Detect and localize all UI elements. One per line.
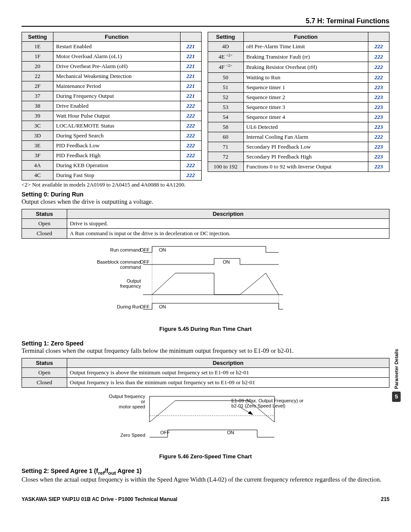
table-row: 38Drive Enabled222 bbox=[22, 101, 202, 111]
footer-left: YASKAWA SIEP YAIP1U 01B AC Drive - P1000… bbox=[22, 496, 177, 502]
setting1-heading: Setting 1: Zero Speed bbox=[22, 340, 389, 347]
label-baseblock: Baseblock command bbox=[97, 259, 141, 264]
table-row: 4ADuring KEB Operation222 bbox=[22, 161, 202, 171]
page-footer: YASKAWA SIEP YAIP1U 01B AC Drive - P1000… bbox=[22, 496, 389, 502]
cell-setting: 72 bbox=[208, 152, 243, 162]
table-row: 60Internal Cooling Fan Alarm222 bbox=[208, 132, 389, 142]
cell-setting: 58 bbox=[208, 122, 243, 132]
setting0-heading: Setting 0: During Run bbox=[22, 191, 389, 198]
settings-table-left: Setting Function 1ERestart Enabled2211FM… bbox=[22, 32, 202, 180]
table-row: 4F <2>Braking Resistor Overheat (rH)222 bbox=[208, 62, 389, 72]
cell-function: Waiting to Run bbox=[243, 72, 368, 82]
cell-page: 222 bbox=[180, 141, 201, 151]
label-frequency: frequency bbox=[120, 283, 141, 289]
cell-setting: 3C bbox=[22, 121, 53, 131]
label-on: ON bbox=[227, 430, 234, 435]
cell-function: Functions 0 to 92 with Inverse Output bbox=[243, 162, 368, 171]
table-row: 3DDuring Speed Search222 bbox=[22, 131, 202, 141]
settings-table-right: Setting Function 4DoH Pre-Alarm Time Lim… bbox=[208, 32, 389, 172]
cell-page: 221 bbox=[180, 81, 201, 91]
footer-right: 215 bbox=[381, 496, 389, 502]
settings-tables-row: Setting Function 1ERestart Enabled2211FM… bbox=[22, 32, 389, 180]
cell-page: 223 bbox=[368, 112, 389, 122]
cell-page: 221 bbox=[180, 42, 201, 52]
cell-setting: 4D bbox=[208, 42, 243, 52]
cell-function: Secondary PI Feedback High bbox=[243, 152, 368, 162]
col-desc: Description bbox=[67, 209, 389, 219]
table-row: 3EPID Feedback Low222 bbox=[22, 141, 202, 151]
col-function: Function bbox=[53, 32, 181, 42]
figure-5-46-caption: Figure 5.46 Zero-Speed Time Chart bbox=[22, 453, 389, 460]
cell-setting: 4C bbox=[22, 171, 53, 180]
table-row: 4DoH Pre-Alarm Time Limit222 bbox=[208, 42, 389, 52]
cell-function: Internal Cooling Fan Alarm bbox=[243, 132, 368, 142]
cell-page: 223 bbox=[368, 102, 389, 112]
cell-function: Sequence timer 2 bbox=[243, 92, 368, 102]
label-on: ON bbox=[159, 247, 166, 252]
label-motor-speed: motor speed bbox=[119, 404, 145, 409]
cell-status: Open bbox=[22, 368, 67, 378]
cell-function: During KEB Operation bbox=[53, 161, 181, 171]
label-output-frequency: Output frequency bbox=[109, 394, 146, 399]
cell-function: Drive Enabled bbox=[53, 101, 181, 111]
cell-function: Sequence timer 1 bbox=[243, 82, 368, 92]
svg-marker-5 bbox=[248, 411, 253, 415]
cell-page: 223 bbox=[368, 142, 389, 152]
setting2-body: Closes when the actual output frequency … bbox=[22, 476, 389, 483]
table-row: 39Watt Hour Pulse Output222 bbox=[22, 111, 202, 121]
cell-status: Closed bbox=[22, 229, 67, 239]
cell-page: 222 bbox=[180, 111, 201, 121]
cell-function: Sequence timer 3 bbox=[243, 102, 368, 112]
side-tab-number: 5 bbox=[392, 392, 401, 402]
cell-page: 222 bbox=[368, 42, 389, 52]
setting2-heading: Setting 2: Speed Agree 1 (fref/fout Agre… bbox=[22, 467, 389, 476]
table-row: OpenOutput frequency is above the minimu… bbox=[22, 368, 389, 378]
cell-setting: 53 bbox=[208, 102, 243, 112]
label-on: ON bbox=[223, 259, 230, 264]
cell-function: Restart Enabled bbox=[53, 42, 181, 52]
table-row: 2FMaintenance Period221 bbox=[22, 81, 202, 91]
cell-setting: 4A bbox=[22, 161, 53, 171]
setting1-status-table: Status Description OpenOutput frequency … bbox=[22, 358, 389, 388]
label-b2-01-note: b2-01 (Zero Speed Level) bbox=[231, 403, 285, 408]
label-off: OFF bbox=[140, 304, 149, 309]
cell-setting: 37 bbox=[22, 91, 53, 101]
cell-function: PID Feedback High bbox=[53, 151, 181, 161]
cell-function: LOCAL/REMOTE Status bbox=[53, 121, 181, 131]
cell-function: Secondary PI Feedback Low bbox=[243, 142, 368, 152]
table-row: 58UL6 Detected223 bbox=[208, 122, 389, 132]
table-row: 100 to 192Functions 0 to 92 with Inverse… bbox=[208, 162, 389, 171]
cell-setting: 3E bbox=[22, 141, 53, 151]
cell-page: 222 bbox=[180, 121, 201, 131]
cell-page: 221 bbox=[180, 52, 201, 62]
table-row: 1FMotor Overload Alarm (oL1)221 bbox=[22, 52, 202, 62]
table-row: 50Waiting to Run222 bbox=[208, 72, 389, 82]
section-header: 5.7 H: Terminal Functions bbox=[22, 17, 389, 27]
table-row: 22Mechanical Weakening Detection221 bbox=[22, 72, 202, 81]
cell-function: During Frequency Output bbox=[53, 91, 181, 101]
cell-function: Sequence timer 4 bbox=[243, 112, 368, 122]
cell-function: During Fast Stop bbox=[53, 171, 181, 180]
cell-page: 223 bbox=[368, 152, 389, 162]
table-row: 54Sequence timer 4223 bbox=[208, 112, 389, 122]
table-row: 20Drive Overheat Pre-Alarm (oH)221 bbox=[22, 62, 202, 72]
cell-setting: 52 bbox=[208, 92, 243, 102]
col-status: Status bbox=[22, 209, 67, 219]
col-page bbox=[180, 32, 201, 42]
label-output: Output bbox=[127, 278, 141, 283]
label-off: OFF bbox=[160, 430, 170, 435]
cell-function: Mechanical Weakening Detection bbox=[53, 72, 181, 81]
table-row: 4CDuring Fast Stop222 bbox=[22, 171, 202, 180]
table-row: 71Secondary PI Feedback Low223 bbox=[208, 142, 389, 152]
table-row: 37During Frequency Output221 bbox=[22, 91, 202, 101]
cell-status: Open bbox=[22, 219, 67, 229]
cell-page: 222 bbox=[180, 151, 201, 161]
cell-page: 223 bbox=[368, 122, 389, 132]
cell-desc: Drive is stopped. bbox=[67, 219, 389, 229]
setting2-title-suffix: Agree 1) bbox=[116, 467, 141, 474]
cell-setting: 71 bbox=[208, 142, 243, 152]
cell-page: 223 bbox=[368, 162, 389, 171]
table-row: 1ERestart Enabled221 bbox=[22, 42, 202, 52]
cell-function: Braking Resistor Overheat (rH) bbox=[243, 62, 368, 72]
table-row: ClosedA Run command is input or the driv… bbox=[22, 229, 389, 239]
